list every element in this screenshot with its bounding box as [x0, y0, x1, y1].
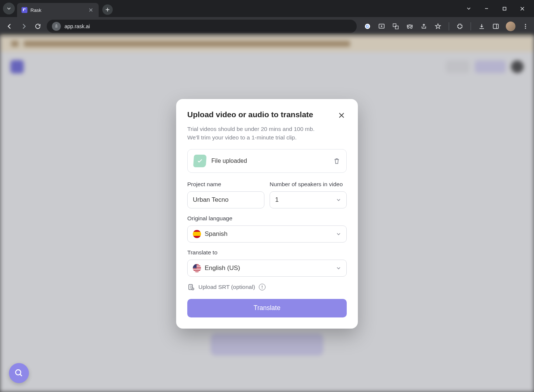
back-button[interactable] [4, 21, 15, 32]
tabs-dropdown-button[interactable] [3, 3, 15, 14]
document-icon [187, 283, 195, 291]
tab-title: Rask [30, 7, 42, 13]
svg-point-14 [16, 370, 21, 375]
speakers-label: Number of speakers in video [270, 181, 347, 188]
tab-close-button[interactable] [88, 7, 94, 13]
flag-us-icon [193, 264, 201, 272]
translate-to-label: Translate to [187, 249, 347, 256]
downloads-icon[interactable] [478, 22, 486, 30]
flag-spain-icon [193, 230, 201, 238]
modal-overlay: Upload video or audio to translate Trial… [0, 36, 534, 392]
install-app-icon[interactable] [378, 22, 386, 30]
chevron-down-icon [336, 197, 341, 202]
upload-modal: Upload video or audio to translate Trial… [176, 99, 358, 329]
side-panel-icon[interactable] [492, 22, 500, 30]
speakers-select[interactable]: 1 [270, 191, 347, 208]
browser-toolbar: app.rask.ai G [0, 17, 534, 36]
incognito-icon[interactable] [406, 22, 414, 30]
svg-rect-4 [393, 24, 396, 27]
site-info-icon[interactable] [52, 22, 61, 31]
google-icon[interactable]: G [363, 22, 372, 30]
upload-srt-button[interactable]: Upload SRT (optional) ! [187, 283, 347, 291]
info-icon[interactable]: ! [259, 284, 266, 290]
browser-titlebar: Rask [0, 0, 534, 17]
maximize-button[interactable] [500, 4, 509, 13]
new-tab-button[interactable] [102, 4, 113, 15]
help-fab-button[interactable] [9, 363, 29, 383]
uploaded-file-box: File uploaded [187, 149, 347, 173]
chevron-down-icon [336, 266, 341, 271]
modal-subtitle: Trial videos should be under 20 mins and… [187, 125, 347, 142]
reload-button[interactable] [33, 21, 43, 32]
project-name-label: Project name [187, 181, 264, 188]
delete-file-button[interactable] [333, 157, 340, 165]
menu-icon[interactable] [521, 22, 530, 30]
browser-tab[interactable]: Rask [17, 3, 99, 17]
translate-to-select[interactable]: English (US) [187, 260, 347, 277]
modal-title: Upload video or audio to translate [187, 110, 313, 119]
bookmark-icon[interactable] [434, 22, 442, 30]
svg-rect-0 [503, 7, 506, 10]
svg-text:G: G [366, 24, 369, 29]
svg-rect-5 [395, 26, 398, 29]
forward-button[interactable] [19, 21, 29, 32]
svg-rect-8 [493, 24, 498, 29]
url-text: app.rask.ai [65, 23, 90, 29]
address-bar[interactable]: app.rask.ai [47, 20, 357, 33]
profile-avatar[interactable] [506, 22, 515, 31]
project-name-input[interactable] [187, 191, 264, 208]
tab-favicon-icon [22, 7, 27, 13]
original-language-select[interactable]: Spanish [187, 225, 347, 243]
svg-point-6 [408, 27, 409, 29]
close-window-button[interactable] [518, 4, 527, 13]
translate-button[interactable]: Translate [187, 299, 347, 317]
window-controls [464, 4, 531, 13]
chevron-down-icon [336, 231, 341, 237]
file-uploaded-icon [193, 155, 207, 167]
srt-label: Upload SRT (optional) [198, 284, 255, 290]
svg-point-7 [411, 27, 412, 29]
original-language-label: Original language [187, 215, 347, 222]
svg-point-10 [525, 26, 526, 27]
svg-point-11 [525, 28, 526, 29]
window-dropdown-icon[interactable] [464, 4, 473, 13]
share-icon[interactable] [420, 22, 428, 30]
minimize-button[interactable] [482, 4, 491, 13]
translate-icon[interactable] [392, 22, 400, 30]
modal-close-button[interactable] [336, 110, 347, 121]
svg-point-9 [525, 24, 526, 25]
file-status-label: File uploaded [211, 158, 247, 164]
extensions-icon[interactable] [456, 22, 464, 30]
